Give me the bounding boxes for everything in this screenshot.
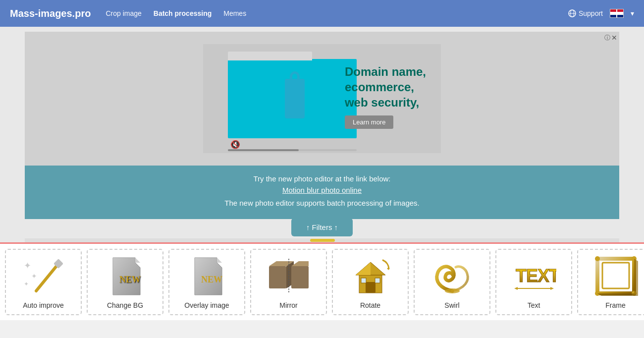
svg-point-36: [595, 256, 600, 261]
mirror-icon-area: [262, 254, 316, 298]
ad-close-area: ⓘ ✕: [604, 34, 617, 42]
svg-line-6: [36, 264, 58, 291]
filters-row: ↑ Filters ↑: [25, 218, 619, 236]
info-banner: Try the new photo editor at the link bel…: [25, 166, 619, 219]
info-line2: The new photo editor supports batch proc…: [35, 199, 609, 207]
tool-text[interactable]: TEXT Text: [495, 249, 572, 315]
tool-rotate-label: Rotate: [360, 301, 380, 309]
scroll-bar[interactable]: [25, 238, 619, 242]
tool-text-label: Text: [528, 301, 540, 309]
svg-text:NEW: NEW: [201, 275, 222, 284]
main-content: Domain name,ecommerce,web security, Lear…: [0, 27, 644, 320]
svg-marker-20: [291, 261, 309, 266]
swirl-icon-area: [425, 254, 480, 298]
svg-rect-19: [291, 266, 309, 288]
tool-change-bg[interactable]: NEW Change BG: [87, 249, 163, 315]
language-dropdown-icon[interactable]: ▾: [631, 9, 634, 17]
change-bg-icon-area: NEW: [98, 254, 153, 298]
tool-overlay-image[interactable]: NEW Overlay image: [168, 249, 245, 315]
info-line1: Try the new photo editor at the link bel…: [35, 174, 609, 183]
tool-auto-improve-label: Auto improve: [23, 301, 63, 309]
nav-crop-image[interactable]: Crop image: [106, 9, 141, 17]
text-tool-icon: TEXT: [512, 256, 556, 296]
svg-rect-16: [269, 266, 286, 288]
scroll-thumb: [310, 239, 335, 242]
frame-icon-area: [589, 254, 643, 298]
tool-mirror[interactable]: Mirror: [250, 249, 327, 315]
tool-frame-label: Frame: [605, 301, 625, 309]
tool-overlay-label: Overlay image: [184, 301, 229, 309]
tool-swirl[interactable]: Swirl: [414, 249, 490, 315]
svg-point-29: [445, 288, 460, 293]
tool-swirl-label: Swirl: [444, 301, 459, 309]
nav-links: Crop image Batch processing Memes: [106, 9, 553, 17]
svg-marker-32: [514, 287, 518, 290]
ad-headline: Domain name,ecommerce,web security,: [345, 64, 426, 111]
svg-text:TEXT: TEXT: [516, 266, 556, 286]
navbar: Mass-images.pro Crop image Batch process…: [0, 0, 644, 27]
brand-logo[interactable]: Mass-images.pro: [10, 8, 91, 19]
ad-banner: Domain name,ecommerce,web security, Lear…: [25, 32, 619, 166]
ad-text: Domain name,ecommerce,web security, Lear…: [345, 64, 426, 129]
svg-marker-41: [597, 293, 638, 296]
svg-marker-40: [634, 259, 638, 296]
language-flag[interactable]: [610, 9, 624, 18]
svg-marker-9: [135, 258, 140, 263]
globe-icon: [568, 9, 576, 17]
svg-text:✦: ✦: [24, 281, 29, 287]
svg-rect-35: [602, 263, 629, 288]
text-icon-area: TEXT: [507, 254, 561, 298]
navbar-right: Support ▾: [568, 9, 634, 18]
svg-rect-27: [375, 278, 380, 283]
ad-info-icon[interactable]: ⓘ: [604, 34, 610, 42]
svg-marker-33: [550, 287, 554, 290]
tool-mirror-label: Mirror: [279, 301, 298, 309]
ad-close-button[interactable]: ✕: [611, 34, 617, 42]
filters-button[interactable]: ↑ Filters ↑: [291, 218, 353, 236]
wand-icon: ✦ ✦ ✦: [21, 256, 66, 296]
support-label: Support: [579, 9, 603, 17]
ad-learn-more-button[interactable]: Learn more: [345, 115, 393, 129]
svg-text:✦: ✦: [24, 261, 31, 271]
auto-improve-icon-area: ✦ ✦ ✦: [16, 254, 71, 298]
swirl-icon: [430, 256, 475, 296]
nav-batch-processing[interactable]: Batch processing: [154, 9, 212, 17]
rotate-icon: [348, 256, 393, 296]
svg-rect-26: [361, 278, 366, 283]
info-link[interactable]: Motion blur photo online: [282, 186, 362, 194]
mirror-icon: [267, 256, 311, 296]
svg-marker-13: [217, 258, 222, 263]
rotate-icon-area: [343, 254, 398, 298]
overlay-icon-area: NEW: [180, 254, 234, 298]
svg-text:NEW: NEW: [119, 275, 141, 284]
change-bg-icon: NEW: [103, 255, 148, 297]
mute-icon[interactable]: 🔇: [230, 140, 240, 149]
overlay-icon: NEW: [185, 255, 229, 297]
svg-marker-28: [387, 267, 389, 270]
svg-text:✦: ✦: [31, 272, 37, 280]
frame-icon: [593, 256, 638, 296]
support-link[interactable]: Support: [568, 9, 603, 17]
nav-memes[interactable]: Memes: [223, 9, 246, 17]
svg-rect-25: [366, 282, 376, 293]
tool-auto-improve[interactable]: ✦ ✦ ✦ Auto improve: [5, 249, 82, 315]
tools-row: ✦ ✦ ✦ Auto improve: [0, 242, 644, 320]
tool-rotate[interactable]: Rotate: [332, 249, 409, 315]
tool-frame[interactable]: Frame: [577, 249, 644, 315]
tool-change-bg-label: Change BG: [107, 301, 143, 309]
